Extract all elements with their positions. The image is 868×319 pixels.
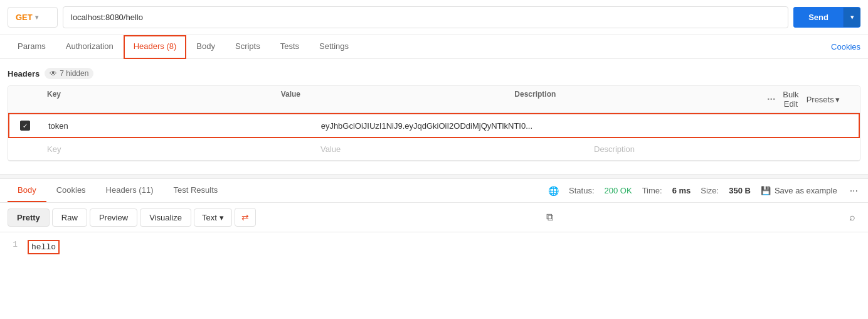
col-desc-header: Description: [507, 86, 741, 112]
header-row-empty: Key Value Description: [8, 138, 860, 161]
method-select[interactable]: GET ▾: [8, 7, 58, 28]
empty-key-cell[interactable]: Key: [40, 138, 313, 160]
more-options-button[interactable]: ···: [847, 183, 860, 199]
col-value-header: Value: [273, 86, 507, 112]
bulk-edit-button[interactable]: Bulk Edit: [783, 90, 798, 109]
method-chevron: ▾: [35, 14, 38, 21]
col-checkbox-header: [8, 86, 40, 112]
status-value: 200 OK: [605, 186, 632, 195]
response-tab-test-results[interactable]: Test Results: [163, 179, 228, 202]
header-row-key[interactable]: token: [41, 115, 314, 137]
tab-body[interactable]: Body: [186, 35, 225, 58]
request-tabs-row: Params Authorization Headers (8) Body Sc…: [0, 35, 868, 59]
tab-tests[interactable]: Tests: [270, 35, 309, 58]
tab-scripts[interactable]: Scripts: [225, 35, 270, 58]
text-format-label: Text: [202, 213, 217, 222]
hidden-badge: 👁 7 hidden: [45, 68, 93, 79]
request-tabs-left: Params Authorization Headers (8) Body Sc…: [8, 35, 831, 58]
text-format-chevron: ▾: [220, 213, 224, 222]
url-input[interactable]: [63, 6, 788, 28]
response-meta: 🌐 Status: 200 OK Time: 6 ms Size: 350 B …: [548, 183, 860, 199]
three-dots-icon[interactable]: ···: [767, 94, 775, 105]
section-divider: [0, 174, 868, 179]
code-box: hello: [28, 240, 60, 254]
globe-icon: 🌐: [548, 186, 559, 196]
response-tab-cookies[interactable]: Cookies: [46, 179, 96, 202]
header-row-value[interactable]: eyJhbGciOiJIUzI1NiJ9.eyJqdGkiOiI2ODdiMjQ…: [314, 115, 586, 137]
send-dropdown-button[interactable]: ▾: [844, 8, 860, 27]
send-button[interactable]: Send: [793, 7, 844, 28]
response-tab-headers[interactable]: Headers (11): [96, 179, 164, 202]
tab-authorization[interactable]: Authorization: [56, 35, 124, 58]
tab-params[interactable]: Params: [8, 35, 56, 58]
size-value: 350 B: [729, 186, 751, 195]
headers-label: Headers: [8, 69, 40, 78]
format-visualize-button[interactable]: Visualize: [140, 208, 191, 227]
tab-settings[interactable]: Settings: [309, 35, 359, 58]
eye-icon: 👁: [50, 69, 57, 78]
send-button-group: Send ▾: [793, 7, 860, 28]
save-label: Save as example: [775, 186, 837, 195]
response-tabs-row: Body Cookies Headers (11) Test Results 🌐…: [0, 179, 868, 203]
empty-desc-cell[interactable]: Description: [586, 138, 860, 160]
code-content-1: hello: [28, 240, 60, 254]
format-raw-button[interactable]: Raw: [52, 208, 87, 227]
save-icon: 💾: [761, 186, 771, 195]
response-tab-body[interactable]: Body: [8, 179, 46, 202]
tab-headers[interactable]: Headers (8): [124, 35, 187, 59]
col-actions-spacer: [741, 86, 760, 112]
header-row-checkbox[interactable]: ✓: [9, 114, 41, 137]
response-section: Body Cookies Headers (11) Test Results 🌐…: [0, 179, 868, 262]
headers-label-row: Headers 👁 7 hidden: [8, 64, 860, 83]
header-row-token: ✓ token eyJhbGciOiJIUzI1NiJ9.eyJqdGkiOiI…: [8, 113, 860, 138]
empty-checkbox-cell: [8, 143, 40, 156]
header-row-description[interactable]: [586, 119, 859, 132]
copy-button[interactable]: ⧉: [541, 209, 558, 225]
code-line-1: 1 hello: [8, 240, 860, 254]
wrap-button[interactable]: ⇄: [235, 208, 256, 227]
headers-table: Key Value Description ··· Bulk Edit Pres…: [8, 85, 860, 161]
headers-table-header: Key Value Description ··· Bulk Edit Pres…: [8, 86, 860, 113]
response-format-row: Pretty Raw Preview Visualize Text ▾ ⇄ ⧉ …: [0, 203, 868, 232]
col-key-header: Key: [40, 86, 273, 112]
text-format-dropdown[interactable]: Text ▾: [194, 208, 232, 227]
presets-button[interactable]: Presets ▾: [807, 95, 840, 104]
url-bar: GET ▾ Send ▾: [0, 0, 868, 35]
search-button[interactable]: ⌕: [844, 209, 860, 225]
checkbox-checked-icon[interactable]: ✓: [20, 121, 30, 131]
size-label: Size:: [701, 186, 719, 195]
cookies-link[interactable]: Cookies: [831, 36, 860, 58]
time-value: 6 ms: [672, 186, 691, 195]
save-as-example-button[interactable]: 💾 Save as example: [761, 186, 837, 195]
status-label: Status:: [569, 186, 594, 195]
line-number-1: 1: [8, 240, 18, 254]
method-label: GET: [16, 13, 33, 22]
format-pretty-button[interactable]: Pretty: [8, 208, 50, 227]
col-actions-header: ··· Bulk Edit Presets ▾: [760, 86, 810, 112]
time-label: Time:: [642, 186, 662, 195]
format-preview-button[interactable]: Preview: [90, 208, 137, 227]
empty-value-cell[interactable]: Value: [313, 138, 586, 160]
hidden-count: 7 hidden: [60, 69, 88, 78]
headers-section: Headers 👁 7 hidden Key Value Description…: [0, 59, 868, 166]
response-code-area: 1 hello: [0, 232, 868, 262]
response-tabs-left: Body Cookies Headers (11) Test Results: [8, 179, 548, 202]
